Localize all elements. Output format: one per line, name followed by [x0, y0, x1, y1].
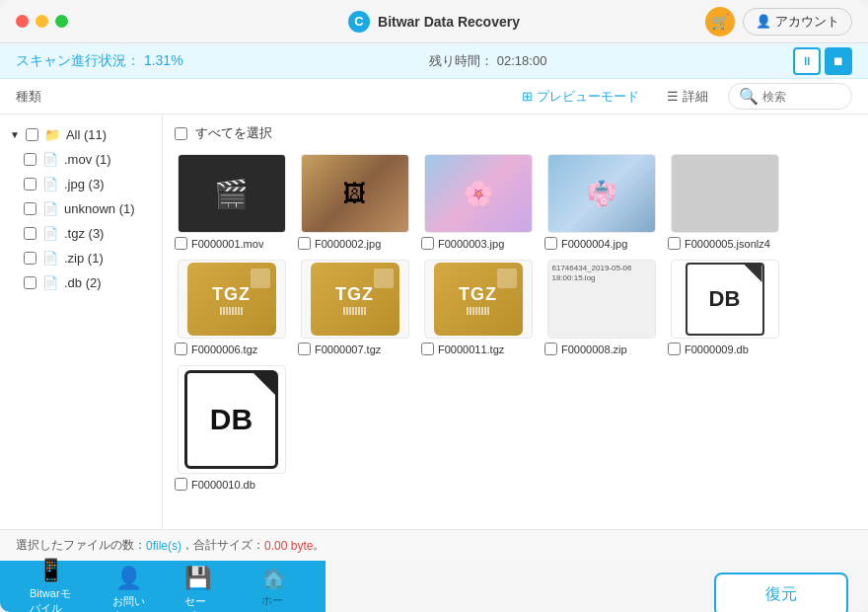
- save-label: セーブ: [184, 594, 211, 613]
- cart-button[interactable]: 🛒: [705, 7, 735, 37]
- select-all-label: すべてを選択: [195, 124, 272, 142]
- titlebar: C Bitwar Data Recovery 🛒 👤 アカウント: [0, 0, 868, 43]
- progress-label: スキャン進行状況：: [16, 52, 140, 68]
- jpg4-thumbnail: 👘: [547, 154, 656, 233]
- maximize-button[interactable]: [55, 15, 68, 28]
- account-label: アカウント: [775, 13, 839, 31]
- nav-item-save[interactable]: 💾 セーブ: [165, 558, 231, 613]
- file-icon: 📄: [42, 152, 58, 167]
- tgz6-thumbnail: TGZ: [178, 260, 286, 339]
- nav-item-mobile[interactable]: 📱 Bitwarモバイル用: [10, 550, 92, 612]
- file-card-tgz6: TGZ F0000006.tgz: [175, 260, 288, 355]
- jpg4-file-checkbox[interactable]: [544, 237, 557, 250]
- json-file-checkbox[interactable]: [668, 237, 681, 250]
- file-label-row: F0000006.tgz: [175, 343, 288, 355]
- folder-icon: 📁: [44, 127, 60, 142]
- file-label-row: F0000009.db: [668, 343, 781, 355]
- file-card-db10: DB F0000010.db: [175, 365, 288, 491]
- sidebar-item-db[interactable]: 📄 .db (2): [0, 270, 162, 295]
- nav-item-contact[interactable]: 👤 お問い合わせ: [93, 558, 165, 613]
- jpg2-file-checkbox[interactable]: [298, 237, 311, 250]
- search-input[interactable]: [762, 90, 841, 104]
- home-icon: 🏠: [261, 567, 286, 590]
- minimize-button[interactable]: [36, 15, 48, 28]
- jpg3-file-checkbox[interactable]: [421, 237, 434, 250]
- zip-checkbox[interactable]: [24, 252, 36, 265]
- toolbar-right: ⊞ プレビューモード ☰ 詳細 🔍: [514, 83, 852, 110]
- zip-thumbnail: 61746434_2019-05-06 18:00:15.log: [547, 260, 656, 339]
- mobile-icon: 📱: [37, 558, 64, 583]
- sidebar-item-jpg[interactable]: 📄 .jpg (3): [0, 172, 162, 196]
- category-label: 種類: [16, 88, 41, 106]
- app-title: C Bitwar Data Recovery: [348, 11, 520, 33]
- db-checkbox[interactable]: [24, 276, 36, 289]
- db10-file-checkbox[interactable]: [175, 478, 187, 491]
- log-preview: 61746434_2019-05-06 18:00:15.log: [548, 260, 655, 339]
- grid-icon: ⊞: [522, 89, 533, 104]
- toolbar: 種類 ⊞ プレビューモード ☰ 詳細 🔍: [0, 79, 868, 115]
- mov-checkbox[interactable]: [24, 153, 36, 166]
- sidebar-item-zip[interactable]: 📄 .zip (1): [0, 246, 162, 270]
- file-label-row: F0000003.jpg: [421, 237, 535, 250]
- unknown-checkbox[interactable]: [24, 202, 36, 215]
- file-label-row: F0000011.tgz: [421, 343, 535, 355]
- pause-button[interactable]: ⏸: [793, 47, 821, 75]
- preview-mode-button[interactable]: ⊞ プレビューモード: [514, 84, 647, 110]
- app-title-text: Bitwar Data Recovery: [378, 14, 520, 30]
- tgz-checkbox[interactable]: [24, 227, 36, 240]
- sidebar-item-tgz[interactable]: 📄 .tgz (3): [0, 221, 162, 246]
- sidebar-item-all[interactable]: ▼ 📁 All (11): [0, 122, 162, 147]
- app-icon: C: [348, 11, 370, 33]
- bottom-right: 復元: [326, 561, 868, 612]
- file-card-tgz11: TGZ F0000011.tgz: [421, 260, 535, 355]
- preview-label: プレビューモード: [537, 88, 639, 106]
- file-icon: 📄: [42, 177, 58, 191]
- nav-item-home[interactable]: 🏠 ホーム: [232, 559, 316, 613]
- contact-icon: 👤: [115, 566, 142, 591]
- tgz-icon: TGZ: [311, 263, 399, 336]
- account-button[interactable]: 👤 アカウント: [743, 8, 852, 36]
- file-card-jpg4: 👘 F0000004.jpg: [544, 154, 658, 250]
- jpg3-thumbnail: 🌸: [424, 154, 533, 233]
- db10-thumbnail: DB: [178, 365, 286, 474]
- zip-file-checkbox[interactable]: [544, 343, 557, 355]
- db9-thumbnail: DB: [671, 260, 779, 339]
- chevron-icon: ▼: [10, 129, 20, 140]
- select-all-row: すべてを選択: [175, 124, 856, 142]
- stop-button[interactable]: ⏹: [825, 47, 852, 75]
- search-icon: 🔍: [739, 87, 759, 106]
- tgz6-file-checkbox[interactable]: [175, 343, 187, 355]
- files-grid: 🎬 F0000001.mov 🖼 F0000002.jpg: [175, 154, 856, 491]
- mov-label: .mov (1): [64, 152, 111, 167]
- progress-percent: 1.31%: [144, 52, 183, 68]
- save-icon: 💾: [184, 566, 211, 591]
- file-card-json: F0000005.jsonlz4: [668, 154, 781, 250]
- db9-file-checkbox[interactable]: [668, 343, 681, 355]
- tgz11-file-checkbox[interactable]: [421, 343, 434, 355]
- close-button[interactable]: [16, 15, 29, 28]
- select-all-checkbox[interactable]: [175, 127, 187, 140]
- sidebar-item-unknown[interactable]: 📄 unknown (1): [0, 196, 162, 221]
- file-card-jpg2: 🖼 F0000002.jpg: [298, 154, 411, 250]
- tgz-label: .tgz (3): [64, 226, 104, 241]
- tgz7-filename: F0000007.tgz: [315, 344, 381, 355]
- sidebar: ▼ 📁 All (11) 📄 .mov (1) 📄 .jpg (3) 📄 unk…: [0, 115, 163, 529]
- file-card-jpg3: 🌸 F0000003.jpg: [421, 154, 535, 250]
- sidebar-item-mov[interactable]: 📄 .mov (1): [0, 147, 162, 172]
- jpg4-filename: F0000004.jpg: [561, 238, 627, 250]
- detail-label: 詳細: [683, 88, 708, 106]
- all-checkbox[interactable]: [26, 128, 38, 141]
- mov-file-checkbox[interactable]: [175, 237, 187, 250]
- file-label-row: F0000007.tgz: [298, 343, 411, 355]
- restore-button[interactable]: 復元: [714, 573, 848, 613]
- all-label: All (11): [66, 127, 107, 142]
- jpg3-filename: F0000003.jpg: [438, 238, 504, 250]
- file-icon: 📄: [42, 251, 58, 266]
- search-box[interactable]: 🔍: [728, 83, 852, 110]
- tgz7-file-checkbox[interactable]: [298, 343, 311, 355]
- status-files: 0file(s): [146, 539, 181, 553]
- jpg-checkbox[interactable]: [24, 178, 36, 191]
- detail-mode-button[interactable]: ☰ 詳細: [659, 84, 716, 110]
- home-label: ホーム: [261, 593, 286, 613]
- progress-time: 残り時間： 02:18:00: [429, 52, 546, 70]
